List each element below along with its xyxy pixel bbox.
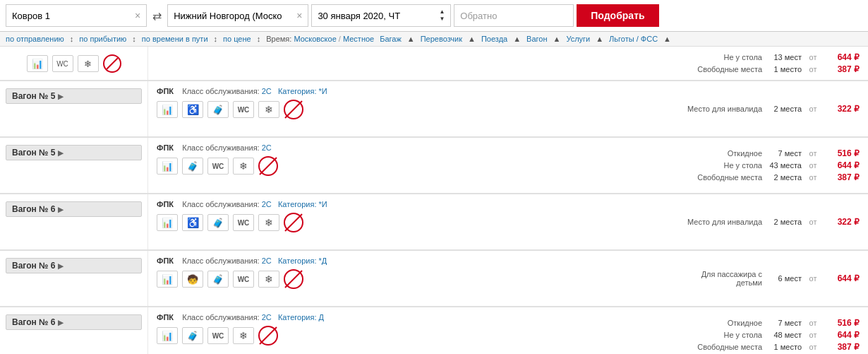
seat-price-1-2: 387 ₽	[824, 172, 860, 182]
sort-icon-bag: ▲	[407, 35, 415, 43]
icon-chart: 📊	[157, 271, 178, 288]
top-seat-row-1: Свободные места 1 место от 387 ₽	[679, 64, 860, 74]
wagon-chevron-3: ▶	[58, 262, 64, 270]
seat-label-4-1: Не у стола	[679, 331, 762, 339]
icon-snow: ❄	[258, 271, 279, 288]
seat-label-1-0: Откидное	[679, 149, 762, 158]
wagon-class-4[interactable]: 2С	[262, 313, 272, 321]
wagon-chevron-2: ▶	[58, 206, 64, 213]
wagon-title-1[interactable]: Вагон № 5 ▶	[6, 145, 142, 160]
wagon-middle-2: ФПК Класс обслуживания: 2С Категория: *И…	[148, 194, 670, 249]
wagon-class-1[interactable]: 2С	[262, 143, 272, 152]
wagon-title-0[interactable]: Вагон № 5 ▶	[6, 88, 142, 104]
time-section: Время: Московское / Местное	[266, 35, 374, 43]
sort-wagon[interactable]: Вагон	[526, 35, 547, 43]
wagon-right-2: Место для инвалида 2 места от 322 ₽	[670, 194, 868, 249]
top-icon-no-smoke	[103, 54, 121, 73]
wagon-info-3: ФПК Класс обслуживания: 2С Категория: *Д	[157, 256, 662, 265]
top-seat-price-0: 644 ₽	[824, 52, 860, 62]
seat-row-1-2: Свободные места 2 места от 387 ₽	[679, 172, 860, 182]
icon-snow: ❄	[258, 101, 279, 118]
sort-icon-arrival: ↕	[132, 35, 136, 43]
top-partial-row: 📊 WC ❄ Не у стола 13 мест от 644 ₽ Свобо…	[0, 47, 868, 81]
wagon-class-0[interactable]: 2С	[262, 87, 272, 95]
wagon-right-1: Откидное 7 мест от 516 ₽ Не у стола 43 м…	[670, 138, 868, 193]
wagon-title-text-4: Вагон № 6	[12, 317, 55, 327]
wagon-left-3: Вагон № 6 ▶	[0, 251, 148, 306]
seat-count-1-2: 2 места	[766, 173, 802, 182]
icon-chart: 📊	[157, 327, 178, 344]
search-button[interactable]: Подобрать	[577, 4, 658, 27]
top-icon-chart: 📊	[27, 55, 48, 72]
top-icon-snow: ❄	[78, 55, 99, 72]
sort-benefits[interactable]: Льготы / ФСС	[609, 35, 658, 43]
wagon-info-2: ФПК Класс обслуживания: 2С Категория: *И	[157, 200, 662, 208]
icon-no-smoke	[258, 156, 278, 176]
time-moscow[interactable]: Московское	[294, 35, 336, 43]
icon-chart: 📊	[157, 214, 178, 231]
seat-label-2-0: Место для инвалида	[679, 218, 762, 226]
seat-price-1-0: 516 ₽	[824, 148, 860, 158]
icon-wc: WC	[233, 271, 254, 288]
wagon-title-4[interactable]: Вагон № 6 ▶	[6, 314, 142, 330]
wagon-left-2: Вагон № 6 ▶	[0, 194, 148, 249]
sort-by-price[interactable]: по цене	[223, 35, 251, 43]
wagon-class-3[interactable]: 2С	[262, 256, 272, 265]
to-input[interactable]	[174, 11, 292, 21]
date-arrows[interactable]: ▲ ▼	[439, 8, 445, 23]
from-clear-button[interactable]: ×	[135, 10, 140, 21]
seat-count-4-2: 1 место	[766, 343, 802, 351]
seat-label-4-0: Откидное	[679, 319, 762, 327]
seat-label-0-0: Место для инвалида	[679, 105, 762, 113]
back-input-wrapper[interactable]: Обратно	[454, 4, 574, 27]
sort-services[interactable]: Услуги	[566, 35, 590, 43]
icon-wc: WC	[207, 158, 229, 175]
icon-wc: WC	[233, 101, 254, 118]
wagon-title-2[interactable]: Вагон № 6 ▶	[6, 201, 142, 217]
sort-by-travel-time[interactable]: по времени в пути	[142, 35, 208, 43]
wagon-row-3: Вагон № 6 ▶ ФПК Класс обслуживания: 2С К…	[0, 251, 868, 307]
swap-button[interactable]: ⇄	[150, 9, 164, 23]
top-seat-from-1: от	[806, 65, 820, 73]
wagon-title-3[interactable]: Вагон № 6 ▶	[6, 258, 142, 273]
top-partial-middle	[148, 47, 670, 80]
sort-train[interactable]: Поезда	[481, 35, 507, 43]
seat-row-4-1: Не у стола 48 мест от 644 ₽	[679, 330, 860, 340]
sort-baggage[interactable]: Багаж	[380, 35, 402, 43]
sort-bar: по отправлению ↕ по прибытию ↕ по времен…	[0, 32, 868, 47]
wagon-chevron-1: ▶	[58, 149, 64, 157]
wagons-container: Вагон № 5 ▶ ФПК Класс обслуживания: 2С К…	[0, 81, 868, 354]
date-up-arrow[interactable]: ▲	[439, 8, 445, 16]
date-down-arrow[interactable]: ▼	[439, 16, 445, 23]
top-seat-count-0: 13 мест	[766, 53, 802, 61]
to-clear-button[interactable]: ×	[296, 10, 302, 21]
seat-price-0-0: 322 ₽	[824, 104, 860, 114]
wagon-middle-1: ФПК Класс обслуживания: 2С 📊🧳WC❄	[148, 138, 670, 193]
top-seat-count-1: 1 место	[766, 65, 802, 73]
wagon-category-2: Категория: *И	[274, 200, 327, 208]
wagon-title-text-2: Вагон № 6	[12, 204, 55, 214]
seat-from-0-0: от	[806, 105, 820, 113]
wagon-chevron-0: ▶	[58, 93, 64, 100]
wagon-icons-4: 📊🧳WC❄	[157, 326, 662, 346]
time-local[interactable]: Местное	[343, 35, 374, 43]
seat-price-4-0: 516 ₽	[824, 318, 860, 328]
seat-from-4-0: от	[806, 319, 820, 327]
sort-carrier[interactable]: Перевозчик	[421, 35, 462, 43]
seat-count-1-1: 43 места	[766, 161, 802, 170]
icon-chart: 📊	[157, 101, 178, 118]
seat-price-4-1: 644 ₽	[824, 330, 860, 340]
wagon-class-2[interactable]: 2С	[262, 200, 272, 208]
wagon-row-2: Вагон № 6 ▶ ФПК Класс обслуживания: 2С К…	[0, 194, 868, 251]
seat-from-1-2: от	[806, 173, 820, 182]
icon-no-smoke	[284, 213, 303, 232]
date-input[interactable]	[318, 11, 436, 21]
wagon-fpk-2: ФПК	[157, 200, 174, 208]
sort-by-departure[interactable]: по отправлению	[6, 35, 64, 43]
seat-from-4-2: от	[806, 343, 820, 351]
wagon-fpk-1: ФПК	[157, 143, 174, 152]
icon-bag: 🧳	[182, 158, 203, 175]
top-partial-left: 📊 WC ❄	[0, 47, 148, 80]
from-input[interactable]	[12, 11, 131, 21]
sort-by-arrival[interactable]: по прибытию	[79, 35, 126, 43]
